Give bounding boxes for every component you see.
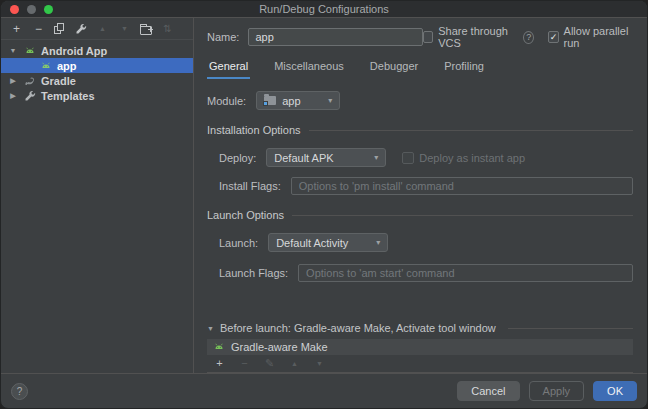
vcs-help-icon[interactable]: ?	[523, 31, 534, 44]
tree-item-templates[interactable]: ▶ Templates	[1, 88, 193, 103]
launch-flags-input[interactable]	[298, 264, 633, 282]
tree-item-label: Gradle	[41, 75, 76, 87]
tab-miscellaneous[interactable]: Miscellaneous	[272, 58, 346, 79]
window-title: Run/Debug Configurations	[1, 3, 647, 15]
name-input[interactable]	[248, 28, 423, 46]
expand-arrow-icon[interactable]: ▼	[8, 47, 18, 54]
run-debug-configurations-dialog: Run/Debug Configurations + − ▲ ▼ ⇅ ▼	[0, 0, 648, 409]
title-bar: Run/Debug Configurations	[1, 1, 647, 18]
before-launch-list: Gradle-aware Make + − ✎ ▲ ▼	[207, 339, 633, 373]
android-icon	[212, 341, 225, 354]
section-divider	[292, 215, 633, 216]
allow-parallel-run-label: Allow parallel run	[564, 25, 633, 49]
before-launch-header[interactable]: ▼ Before launch: Gradle-aware Make, Acti…	[207, 322, 633, 334]
configurations-tree: ▼ Android App app ▶	[1, 40, 193, 103]
gradle-icon	[23, 74, 36, 87]
add-configuration-icon[interactable]: +	[10, 22, 23, 35]
remove-task-icon: −	[238, 357, 251, 370]
add-task-icon[interactable]: +	[213, 357, 226, 370]
wrench-icon	[23, 89, 36, 102]
edit-defaults-wrench-icon[interactable]	[74, 22, 87, 35]
section-divider	[508, 328, 633, 329]
help-button[interactable]: ?	[11, 383, 28, 400]
chevron-down-icon: ▾	[328, 96, 332, 105]
deploy-label: Deploy:	[219, 152, 256, 164]
tree-item-app[interactable]: app	[1, 58, 193, 73]
before-launch-task-row[interactable]: Gradle-aware Make	[207, 339, 633, 355]
launch-flags-label: Launch Flags:	[219, 267, 288, 279]
allow-parallel-run-checkbox[interactable]: ✓ Allow parallel run	[548, 25, 633, 49]
edit-task-icon: ✎	[263, 357, 276, 370]
configurations-sidebar: + − ▲ ▼ ⇅ ▼ Android App	[1, 18, 194, 373]
remove-configuration-icon[interactable]: −	[32, 22, 45, 35]
module-label: Module:	[207, 95, 246, 107]
launch-options-section: Launch Options	[207, 209, 633, 221]
before-launch-title: Before launch: Gradle-aware Make, Activa…	[220, 322, 496, 334]
sidebar-toolbar: + − ▲ ▼ ⇅	[1, 18, 193, 40]
dialog-footer: ? Cancel Apply OK	[1, 373, 647, 408]
tree-item-android-app[interactable]: ▼ Android App	[1, 43, 193, 58]
tab-debugger[interactable]: Debugger	[368, 58, 420, 79]
before-launch-task-label: Gradle-aware Make	[231, 341, 328, 353]
deploy-as-instant-app-label: Deploy as instant app	[419, 152, 525, 164]
deploy-dropdown[interactable]: Default APK ▾	[266, 148, 386, 167]
launch-options-title: Launch Options	[207, 209, 284, 221]
android-icon	[23, 44, 36, 57]
tab-general[interactable]: General	[207, 58, 250, 79]
chevron-down-icon: ▾	[374, 153, 378, 162]
module-folder-icon	[264, 96, 276, 105]
android-icon	[39, 59, 52, 72]
launch-label: Launch:	[219, 237, 258, 249]
move-task-up-icon: ▲	[288, 357, 301, 370]
installation-options-title: Installation Options	[207, 124, 301, 136]
before-launch-toolbar: + − ✎ ▲ ▼	[207, 355, 633, 373]
sort-configurations-icon: ⇅	[161, 22, 174, 35]
tree-item-label: Android App	[41, 45, 107, 57]
cancel-button[interactable]: Cancel	[457, 381, 519, 401]
deploy-as-instant-app-checkbox: Deploy as instant app	[402, 152, 525, 164]
new-folder-icon[interactable]	[140, 26, 152, 35]
installation-options-section: Installation Options	[207, 124, 633, 136]
module-row: Module: app ▾	[207, 91, 633, 110]
deploy-dropdown-value: Default APK	[274, 152, 333, 164]
install-flags-row: Install Flags:	[207, 177, 633, 195]
checkbox-box	[423, 31, 433, 43]
name-label: Name:	[207, 31, 239, 43]
launch-row: Launch: Default Activity ▾	[207, 233, 633, 252]
move-task-down-icon: ▼	[313, 357, 326, 370]
module-dropdown[interactable]: app ▾	[256, 91, 340, 110]
collapse-arrow-icon[interactable]: ▶	[8, 77, 18, 85]
tree-item-label: Templates	[41, 90, 95, 102]
collapse-section-icon[interactable]: ▼	[207, 325, 214, 332]
config-tabs: General Miscellaneous Debugger Profiling	[207, 58, 633, 79]
install-flags-input[interactable]	[291, 177, 633, 195]
tab-profiling[interactable]: Profiling	[442, 58, 486, 79]
dialog-body: + − ▲ ▼ ⇅ ▼ Android App	[1, 18, 647, 373]
collapse-arrow-icon[interactable]: ▶	[8, 92, 18, 100]
ok-button[interactable]: OK	[593, 381, 637, 401]
install-flags-label: Install Flags:	[219, 180, 281, 192]
module-dropdown-value: app	[282, 95, 300, 107]
launch-dropdown[interactable]: Default Activity ▾	[268, 233, 388, 252]
launch-dropdown-value: Default Activity	[276, 237, 348, 249]
move-down-icon: ▼	[118, 22, 131, 35]
configuration-editor: Name: Share through VCS ? ✓ Allow parall…	[194, 18, 647, 373]
name-row: Name: Share through VCS ? ✓ Allow parall…	[207, 25, 633, 49]
deploy-row: Deploy: Default APK ▾ Deploy as instant …	[207, 148, 633, 167]
share-through-vcs-label: Share through VCS	[438, 25, 516, 49]
launch-flags-row: Launch Flags:	[207, 264, 633, 282]
move-up-icon: ▲	[96, 22, 109, 35]
tree-item-label: app	[57, 60, 77, 72]
copy-configuration-icon[interactable]	[54, 23, 65, 35]
section-divider	[309, 130, 633, 131]
share-through-vcs-checkbox[interactable]: Share through VCS ?	[423, 25, 534, 49]
chevron-down-icon: ▾	[376, 238, 380, 247]
checkbox-box-checked: ✓	[548, 31, 558, 43]
apply-button: Apply	[529, 381, 585, 401]
tree-item-gradle[interactable]: ▶ Gradle	[1, 73, 193, 88]
checkbox-box	[402, 152, 414, 164]
